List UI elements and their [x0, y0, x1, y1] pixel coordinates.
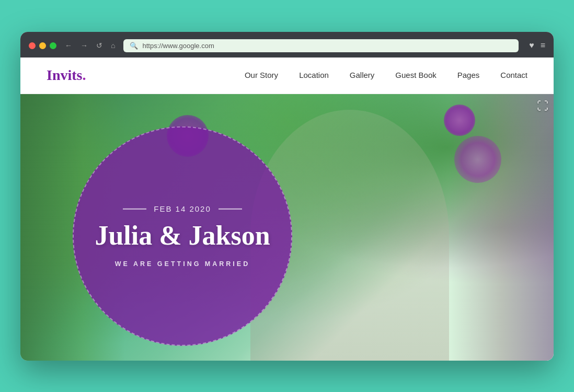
hero-circle-overlay: FEB 14 2020 Julia & Jakson WE ARE GETTIN… — [73, 126, 292, 345]
couple-names: Julia & Jakson — [95, 221, 270, 250]
nav-item-gallery[interactable]: Gallery — [350, 71, 375, 80]
logo-text: Invits — [47, 67, 82, 83]
wedding-date: FEB 14 2020 — [154, 204, 211, 213]
nav-item-our-story[interactable]: Our Story — [245, 71, 278, 80]
date-line-right — [219, 209, 242, 210]
browser-window: ← → ↺ ⌂ 🔍 https://www.google.com ♥ ≡ Inv… — [20, 32, 554, 361]
nav-link-gallery[interactable]: Gallery — [350, 71, 375, 79]
menu-icon[interactable]: ≡ — [541, 41, 545, 50]
bookmark-icon[interactable]: ♥ — [529, 41, 534, 50]
url-display: https://www.google.com — [142, 42, 214, 50]
browser-nav-controls: ← → ↺ ⌂ — [63, 40, 117, 51]
hero-subtitle: WE ARE GETTING MARRIED — [115, 260, 250, 267]
maximize-button[interactable] — [50, 42, 56, 49]
chrome-actions: ♥ ≡ — [529, 41, 545, 50]
search-icon: 🔍 — [130, 42, 138, 50]
traffic-lights — [29, 42, 56, 49]
home-button[interactable]: ⌂ — [109, 40, 117, 51]
flower-decoration-3 — [454, 136, 501, 183]
nav-link-our-story[interactable]: Our Story — [245, 71, 278, 79]
website: Invits. Our Story Location Gallery Guest… — [20, 57, 554, 361]
reload-button[interactable]: ↺ — [94, 40, 105, 51]
minimize-button[interactable] — [39, 42, 46, 49]
flower-decoration-2 — [444, 105, 475, 136]
expand-icon[interactable]: ⛶ — [532, 94, 554, 118]
date-line-left — [123, 209, 146, 210]
nav-link-location[interactable]: Location — [299, 71, 329, 79]
chrome-bar: ← → ↺ ⌂ 🔍 https://www.google.com ♥ ≡ — [20, 32, 554, 57]
site-logo[interactable]: Invits. — [47, 67, 86, 84]
logo-dot: . — [82, 67, 86, 83]
site-navbar: Invits. Our Story Location Gallery Guest… — [20, 57, 554, 94]
date-row: FEB 14 2020 — [123, 204, 242, 213]
nav-item-guest-book[interactable]: Guest Book — [395, 71, 436, 80]
nav-item-contact[interactable]: Contact — [500, 71, 527, 80]
address-bar[interactable]: 🔍 https://www.google.com — [123, 39, 519, 52]
close-button[interactable] — [29, 42, 36, 49]
nav-link-contact[interactable]: Contact — [500, 71, 527, 79]
forward-button[interactable]: → — [78, 40, 90, 51]
back-button[interactable]: ← — [63, 40, 74, 51]
nav-item-pages[interactable]: Pages — [457, 71, 480, 80]
nav-links: Our Story Location Gallery Guest Book Pa… — [245, 71, 527, 80]
nav-link-pages[interactable]: Pages — [457, 71, 480, 79]
nav-link-guest-book[interactable]: Guest Book — [395, 71, 436, 79]
nav-item-location[interactable]: Location — [299, 71, 329, 80]
hero-section: FEB 14 2020 Julia & Jakson WE ARE GETTIN… — [20, 94, 554, 361]
